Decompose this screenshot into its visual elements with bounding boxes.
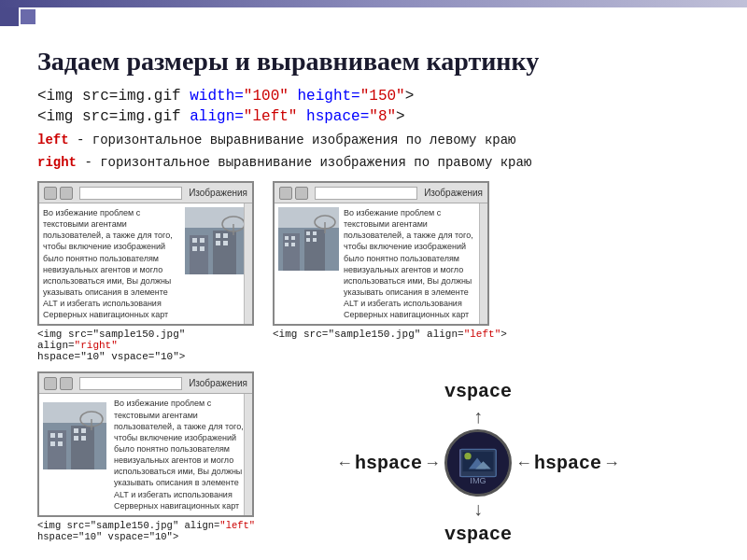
attr-width: width= (190, 88, 244, 105)
demo-content-2: Во избежание проблем с текстовыми агента… (275, 203, 487, 324)
address-bar (79, 187, 182, 200)
attr-height: height= (297, 88, 359, 105)
val-align: "left" (244, 108, 298, 125)
demo-content-1: Во избежание проблем с текстовыми агента… (39, 203, 252, 324)
svg-rect-5 (200, 238, 204, 243)
fwd-btn-2 (295, 187, 308, 200)
svg-rect-26 (313, 238, 317, 242)
caption-2: <img src="sample150.jpg" align="left"> (273, 329, 507, 340)
keyword-left: left (37, 133, 69, 147)
satellite-image-3 (43, 402, 106, 469)
svg-rect-10 (216, 241, 220, 245)
window-title-1: Изображения (189, 188, 247, 198)
attr-align: align= (190, 108, 244, 125)
scrollbar-2[interactable] (479, 203, 487, 324)
center-logo: IMG (444, 429, 512, 497)
svg-text:IMG: IMG (470, 476, 486, 485)
demo-content-3: Во избежание проблем с текстовыми агента… (39, 394, 252, 514)
desc-left-text: - горизонтальное выравнивание изображени… (69, 133, 516, 147)
window-title-3: Изображения (189, 378, 247, 388)
svg-rect-38 (74, 428, 78, 433)
back-btn-2 (279, 187, 292, 200)
toolbar-1: Изображения (39, 183, 252, 203)
val-height: "150" (360, 88, 405, 105)
svg-rect-21 (285, 243, 289, 246)
caption-1: <img src="sample150.jpg" align="right"hs… (37, 329, 254, 362)
svg-rect-11 (223, 241, 228, 245)
square-1 (0, 7, 19, 26)
svg-rect-40 (74, 436, 78, 441)
attr-hspace: hspace= (306, 108, 369, 125)
address-bar-3 (79, 377, 182, 390)
back-btn-3 (44, 377, 57, 390)
demo-text-1: Во избежание проблем с текстовыми агента… (43, 207, 180, 320)
val-width: "100" (244, 88, 289, 105)
browser-window-3: Изображения (37, 371, 254, 516)
toolbar-3: Изображения (39, 373, 252, 394)
arrow-up-icon: ↑ (473, 406, 483, 427)
description-block-2: right - горизонтальное выравнивание изоб… (37, 155, 719, 170)
vspace-top-label: vspace (444, 381, 512, 402)
hspace-left-group: ← hspace → (336, 453, 441, 474)
content-area: Задаем размеры и выравниваем картинку <i… (28, 47, 719, 545)
demo-panel-right: Изображения (37, 181, 254, 362)
scrollbar-3[interactable] (244, 394, 252, 514)
keyword-right: right (37, 155, 77, 170)
svg-rect-8 (216, 233, 220, 238)
square-2 (21, 9, 35, 24)
svg-rect-20 (291, 236, 295, 240)
arrow-left-outer-icon: ← (515, 454, 532, 473)
svg-rect-37 (58, 441, 63, 446)
svg-rect-34 (50, 433, 55, 438)
back-btn (44, 187, 57, 200)
satellite-svg-3 (43, 402, 106, 469)
arrow-down-icon: ↓ (473, 498, 483, 520)
svg-rect-23 (306, 231, 310, 235)
address-bar-2 (315, 187, 417, 200)
hspace-right-label: hspace (534, 453, 601, 474)
demo-panel-bottom: Изображения (37, 371, 299, 541)
svg-rect-22 (291, 243, 295, 246)
svg-rect-27 (278, 207, 339, 228)
caption-attr-left2: "left" (219, 520, 255, 531)
svg-rect-41 (81, 436, 86, 441)
caption-3: <img src="sample150.jpg" align="left" hs… (37, 520, 299, 542)
window-title-2: Изображения (424, 188, 483, 198)
svg-rect-6 (192, 246, 197, 251)
svg-rect-39 (81, 428, 86, 433)
demo-text-3: Во избежание проблем с текстовыми агента… (114, 398, 248, 511)
page-title: Задаем размеры и выравниваем картинку (37, 47, 719, 77)
satellite-image-2 (278, 207, 339, 271)
svg-rect-18 (304, 230, 325, 271)
top-squares (0, 7, 35, 26)
spacing-diagram: vspace ↑ ← hspace → (336, 381, 620, 545)
code-line-2: <img src=img.gif align="left" hspace="8"… (37, 108, 719, 125)
svg-rect-35 (58, 433, 63, 438)
svg-rect-24 (313, 231, 317, 235)
browser-window-2: Изображения (273, 181, 489, 326)
caption-attr-right: "right" (75, 340, 118, 351)
val-hspace: "8" (369, 108, 396, 125)
svg-rect-9 (223, 233, 228, 238)
satellite-image-1 (185, 207, 248, 274)
demo-text-2: Во избежание проблем с текстовыми агента… (344, 207, 484, 320)
vspace-bottom-label: vspace (444, 524, 512, 545)
hspace-row: ← hspace → (336, 429, 620, 497)
hspace-right-group: ← hspace → (515, 453, 620, 474)
satellite-svg-2 (278, 207, 339, 271)
code-line-1: <img src=img.gif width="100" height="150… (37, 88, 719, 105)
satellite-svg-1 (185, 207, 248, 274)
arrow-right-outer-icon: → (603, 454, 620, 473)
hspace-left-label: hspace (355, 453, 422, 474)
svg-rect-4 (192, 238, 197, 243)
top-bar (0, 0, 747, 7)
svg-rect-36 (50, 441, 55, 446)
fwd-btn-3 (60, 377, 73, 390)
demo-panel-left: Изображения (273, 181, 507, 340)
toolbar-2: Изображения (275, 183, 487, 203)
scrollbar-1[interactable] (244, 203, 252, 324)
svg-rect-19 (285, 236, 289, 240)
desc-right-text: - горизонтальное выравнивание изображени… (77, 155, 531, 170)
arrow-left-icon: ← (336, 454, 353, 473)
fwd-btn (60, 187, 73, 200)
